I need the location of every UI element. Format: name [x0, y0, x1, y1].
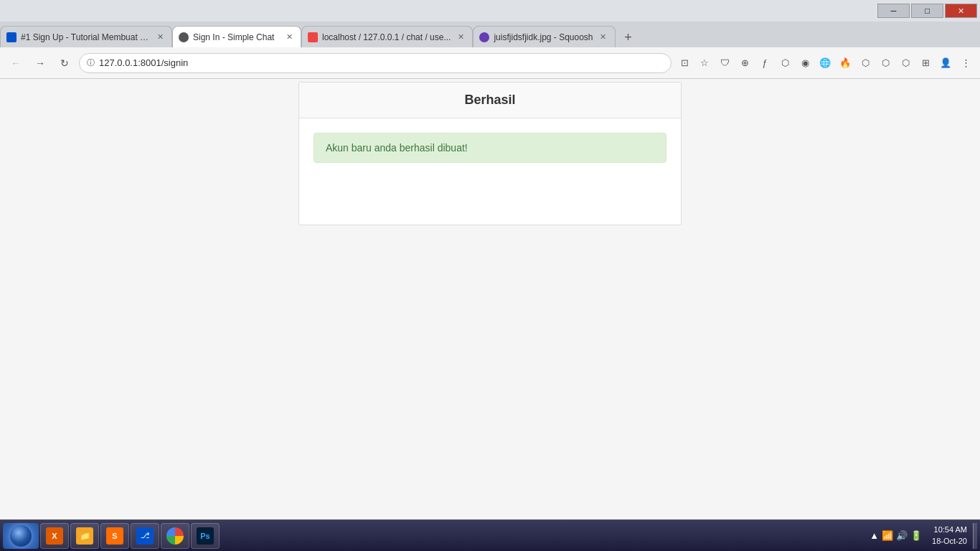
- window-controls: ─ □ ✕: [877, 4, 977, 18]
- tab-close-4[interactable]: ✕: [598, 32, 609, 43]
- page-title: Berhasil: [314, 93, 666, 108]
- reload-button[interactable]: ↻: [55, 53, 75, 73]
- tab-label-4: juisfjidsfjidk.jpg - Squoosh: [494, 32, 593, 42]
- ext-icon6[interactable]: ⬡: [877, 55, 894, 72]
- files-icon: 📁: [76, 527, 93, 545]
- sourcetree-icon: ⎇: [136, 527, 154, 545]
- tab-bar: #1 Sign Up - Tutorial Membuat C... ✕ Sig…: [0, 22, 980, 47]
- url-bar[interactable]: ⓘ 127.0.0.1:8001/signin: [79, 53, 672, 73]
- success-card: Berhasil Akun baru anda berhasil dibuat!: [298, 82, 682, 225]
- lock-icon: ⓘ: [87, 57, 95, 68]
- taskbar-item-photoshop[interactable]: Ps: [191, 523, 220, 549]
- browser-window: ─ □ ✕ #1 Sign Up - Tutorial Membuat C...…: [0, 0, 980, 551]
- shield-icon[interactable]: 🛡: [716, 55, 733, 72]
- title-bar: ─ □ ✕: [0, 0, 980, 22]
- start-orb: [10, 525, 32, 547]
- toolbar-icons: ⊡ ☆ 🛡 ⊕ ƒ ⬡ ◉ 🌐 🔥 ⬡ ⬡ ⬡ ⊞ 👤 ⋮: [676, 55, 974, 72]
- minimize-button[interactable]: ─: [877, 4, 910, 18]
- taskbar-item-xampp[interactable]: X: [40, 523, 69, 549]
- ext-icon2[interactable]: ◉: [796, 55, 814, 72]
- translate-icon[interactable]: ⊡: [676, 55, 693, 72]
- tab-favicon-4: [479, 32, 489, 42]
- maximize-button[interactable]: □: [911, 4, 943, 18]
- success-alert: Akun baru anda berhasil dibuat!: [314, 133, 666, 163]
- ext-icon7[interactable]: ⬡: [897, 55, 914, 72]
- tab-signup[interactable]: #1 Sign Up - Tutorial Membuat C... ✕: [0, 26, 172, 47]
- card-body: Akun baru anda berhasil dibuat!: [299, 118, 681, 177]
- tab-label-1: #1 Sign Up - Tutorial Membuat C...: [21, 32, 150, 42]
- tab-label-2: Sign In - Simple Chat: [193, 32, 279, 42]
- extensions-icon[interactable]: ⊞: [917, 55, 934, 72]
- taskbar-item-sourcetree[interactable]: ⎇: [131, 523, 159, 549]
- sublime-icon: S: [106, 527, 123, 545]
- font-icon[interactable]: ƒ: [756, 55, 773, 72]
- system-tray: ▲ 📶 🔊 🔋: [865, 530, 926, 541]
- chrome-icon: [166, 527, 184, 545]
- adblock-icon[interactable]: ⊕: [736, 55, 753, 72]
- card-header: Berhasil: [299, 83, 681, 118]
- xampp-icon: X: [46, 527, 63, 545]
- taskbar-item-files[interactable]: 📁: [70, 523, 99, 549]
- page-content: Berhasil Akun baru anda berhasil dibuat!: [0, 79, 980, 519]
- menu-icon[interactable]: ⋮: [957, 55, 974, 72]
- account-icon[interactable]: 👤: [937, 55, 954, 72]
- success-message: Akun baru anda berhasil dibuat!: [326, 142, 468, 154]
- forward-button[interactable]: →: [30, 53, 50, 73]
- tab-localhost[interactable]: localhost / 127.0.0.1 / chat / use... ✕: [301, 26, 473, 47]
- clock-time: 10:54 AM: [932, 524, 967, 535]
- ext-icon5[interactable]: ⬡: [857, 55, 874, 72]
- clock[interactable]: 10:54 AM 18-Oct-20: [928, 524, 971, 547]
- tray-battery-icon[interactable]: 🔋: [910, 530, 922, 541]
- taskbar-item-sublime[interactable]: S: [100, 523, 129, 549]
- tab-label-3: localhost / 127.0.0.1 / chat / use...: [322, 32, 451, 42]
- close-button[interactable]: ✕: [945, 4, 977, 18]
- photoshop-icon: Ps: [197, 527, 214, 545]
- tray-network-icon[interactable]: 📶: [882, 530, 893, 541]
- tab-favicon-2: [179, 32, 189, 42]
- tab-favicon-3: [308, 32, 318, 42]
- tab-close-2[interactable]: ✕: [283, 32, 295, 43]
- tray-arrow-icon[interactable]: ▲: [870, 530, 879, 541]
- ext-icon3[interactable]: 🌐: [816, 55, 834, 72]
- url-text: 127.0.0.1:8001/signin: [99, 57, 188, 68]
- clock-date: 18-Oct-20: [932, 536, 967, 547]
- ext-icon4[interactable]: 🔥: [837, 55, 854, 72]
- back-button[interactable]: ←: [6, 53, 26, 73]
- start-button[interactable]: [3, 523, 39, 549]
- tab-close-1[interactable]: ✕: [154, 32, 166, 43]
- taskbar-item-chrome[interactable]: [161, 523, 189, 549]
- tab-squoosh[interactable]: juisfjidsfjidk.jpg - Squoosh ✕: [473, 26, 615, 47]
- tab-close-3[interactable]: ✕: [455, 32, 466, 43]
- new-tab-button[interactable]: +: [618, 27, 639, 47]
- address-bar: ← → ↻ ⓘ 127.0.0.1:8001/signin ⊡ ☆ 🛡 ⊕ ƒ …: [0, 47, 980, 79]
- show-desktop-button[interactable]: [973, 523, 977, 549]
- tab-signin[interactable]: Sign In - Simple Chat ✕: [172, 26, 301, 47]
- bookmark-icon[interactable]: ☆: [696, 55, 713, 72]
- tray-volume-icon[interactable]: 🔊: [896, 530, 908, 541]
- tab-favicon-1: [6, 32, 17, 42]
- taskbar: X 📁 S ⎇ Ps ▲ 📶: [0, 519, 980, 551]
- ext-icon1[interactable]: ⬡: [776, 55, 793, 72]
